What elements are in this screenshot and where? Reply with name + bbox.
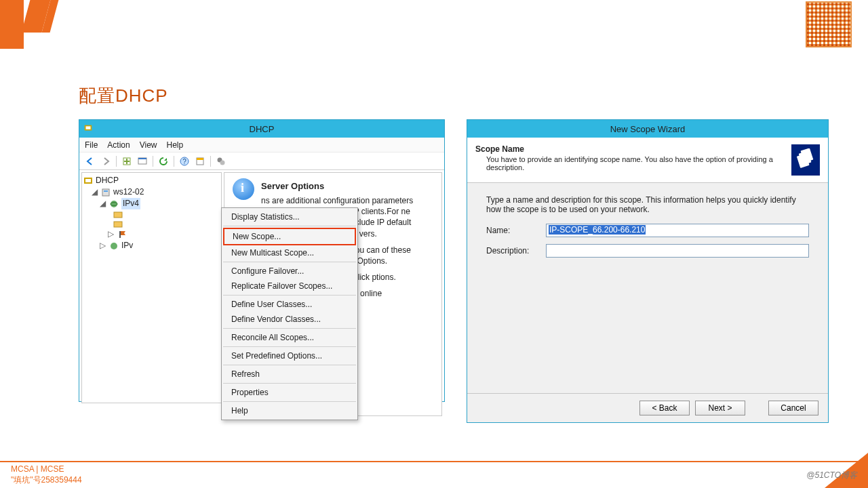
wizard-footer: < Back Next > Cancel — [467, 393, 828, 422]
toolbar-sep-1 — [116, 156, 117, 167]
menu-file[interactable]: File — [85, 140, 98, 150]
tree-cut-2[interactable] — [83, 219, 220, 228]
prop-button[interactable] — [193, 155, 207, 168]
ctx-set-predefined-options[interactable]: Set Predefined Options... — [223, 348, 356, 363]
svg-rect-1 — [86, 126, 91, 129]
wizard-subheading: You have to provide an identifying scope… — [486, 155, 785, 171]
refresh-button[interactable] — [157, 155, 170, 168]
context-menu: Display Statistics... New Scope... New M… — [221, 207, 358, 420]
description-input[interactable] — [546, 244, 809, 258]
menu-help[interactable]: Help — [167, 140, 184, 150]
watermark: @51CTO博客 — [806, 470, 857, 481]
flag-icon — [117, 230, 127, 239]
menu-view[interactable]: View — [140, 140, 157, 150]
back-button[interactable]: < Back — [639, 401, 690, 415]
wizard-title-text: New Scope Wizard — [610, 124, 686, 134]
tree-pane[interactable]: DHCP ◢ ws12-02 ◢ IPv4 ▷ — [81, 172, 222, 403]
name-input[interactable]: IP-SCOPE_66.200-66.210 — [546, 224, 809, 237]
window-title-text: DHCP — [250, 124, 275, 134]
ipv4-icon — [109, 199, 119, 209]
wizard-header-icon — [791, 144, 820, 176]
tree-ipv-bottom[interactable]: ▷ IPv — [83, 240, 220, 251]
wizard-heading: Scope Name — [475, 144, 524, 154]
tree-ipv-bottom-label: IPv — [121, 240, 133, 251]
tree-root[interactable]: DHCP — [83, 175, 220, 186]
ctx-display-statistics[interactable]: Display Statistics... — [223, 209, 356, 224]
ctx-sep — [223, 262, 356, 262]
folder-icon — [113, 209, 123, 219]
ctx-reconcile-scopes[interactable]: Reconcile All Scopes... — [223, 330, 356, 345]
content-heading: Server Options — [233, 181, 435, 191]
description-label: Description: — [486, 246, 546, 256]
ctx-sep — [223, 346, 356, 347]
toolbar: ? — [79, 152, 444, 170]
ctx-new-multicast-scope[interactable]: New Multicast Scope... — [223, 245, 356, 260]
name-input-value: IP-SCOPE_66.200-66.210 — [549, 225, 646, 235]
qr-code — [806, 1, 852, 47]
slide-title: 配置DHCP — [79, 84, 168, 108]
ctx-new-scope[interactable]: New Scope... — [223, 228, 356, 245]
toolbar-sep-2 — [153, 156, 153, 167]
svg-point-22 — [111, 243, 117, 249]
window-titlebar[interactable]: New Scope Wizard — [467, 120, 828, 138]
svg-rect-4 — [124, 161, 130, 162]
tree-server-label: ws12-02 — [113, 186, 144, 198]
ctx-sep — [223, 328, 356, 329]
ctx-define-vendor-classes[interactable]: Define Vendor Classes... — [223, 312, 356, 327]
menu-bar: File Action View Help — [79, 138, 444, 152]
options-button[interactable] — [214, 155, 228, 168]
svg-rect-21 — [119, 231, 121, 238]
tree-root-label: DHCP — [96, 175, 119, 186]
tree-ipv4[interactable]: ◢ IPv4 — [83, 198, 220, 209]
new-scope-wizard-window: New Scope Wizard Scope Name You have to … — [467, 119, 829, 423]
ctx-help[interactable]: Help — [223, 403, 356, 418]
folder-icon — [113, 219, 123, 228]
name-label: Name: — [486, 226, 546, 235]
back-button[interactable] — [83, 155, 97, 168]
ctx-sep — [223, 226, 356, 226]
slide-footer: MCSA | MCSE "填坑"号258359444 @51CTO博客 — [0, 461, 868, 488]
tree-server[interactable]: ◢ ws12-02 — [83, 186, 220, 198]
svg-rect-19 — [114, 212, 122, 218]
toolbar-sep-4 — [210, 156, 211, 167]
ctx-replicate-failover[interactable]: Replicate Failover Scopes... — [223, 279, 356, 293]
wizard-instructions: Type a name and description for this sco… — [486, 195, 809, 214]
svg-rect-10 — [197, 158, 203, 160]
footer-line2: "填坑"号258359444 — [11, 475, 82, 486]
svg-rect-20 — [114, 222, 122, 227]
console-button[interactable] — [136, 155, 149, 168]
menu-action[interactable]: Action — [107, 140, 130, 150]
dhcp-icon — [83, 123, 93, 133]
svg-rect-14 — [85, 179, 91, 182]
ctx-properties[interactable]: Properties — [223, 385, 356, 400]
ipv6-icon — [109, 241, 119, 251]
forward-button[interactable] — [99, 155, 113, 168]
ctx-configure-failover[interactable]: Configure Failover... — [223, 264, 356, 279]
svg-rect-16 — [104, 190, 108, 192]
ctx-define-user-classes[interactable]: Define User Classes... — [223, 297, 356, 312]
server-icon — [101, 188, 111, 197]
wizard-body: Type a name and description for this sco… — [467, 183, 828, 393]
header-accent-bar — [0, 0, 24, 49]
next-button[interactable]: Next > — [695, 401, 745, 415]
tree-cut-3[interactable]: ▷ — [83, 228, 220, 240]
dhcp-root-icon — [83, 176, 93, 186]
ctx-sep — [223, 295, 356, 296]
svg-point-12 — [220, 160, 225, 165]
ctx-sep — [223, 365, 356, 365]
info-icon — [233, 178, 254, 200]
ctx-sep — [223, 383, 356, 384]
svg-rect-6 — [138, 158, 146, 159]
svg-rect-15 — [102, 189, 109, 196]
svg-point-17 — [111, 201, 117, 207]
cancel-button[interactable]: Cancel — [768, 401, 818, 415]
svg-text:?: ? — [182, 158, 186, 165]
help-button[interactable]: ? — [178, 155, 191, 168]
ctx-sep — [223, 401, 356, 402]
window-titlebar[interactable]: DHCP — [79, 120, 444, 138]
tree-cut-1[interactable] — [83, 209, 220, 219]
ctx-refresh[interactable]: Refresh — [223, 367, 356, 382]
footer-line1: MCSA | MCSE — [11, 464, 82, 475]
tree-ipv4-label: IPv4 — [121, 198, 140, 209]
new-button[interactable] — [120, 155, 134, 168]
